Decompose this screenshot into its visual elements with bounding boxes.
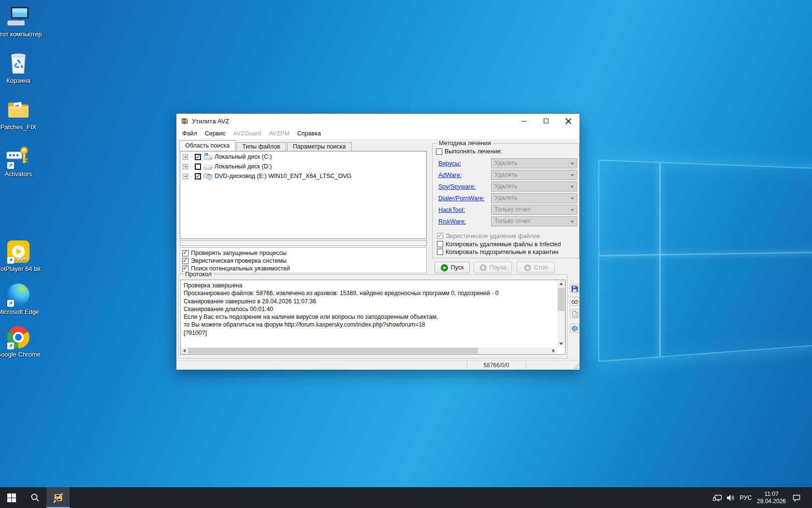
play-icon: [441, 264, 448, 271]
close-button[interactable]: [557, 114, 580, 128]
option-check-processes[interactable]: Проверять запущенные процессы: [182, 249, 426, 257]
expand-icon[interactable]: [183, 174, 188, 179]
arrow-right-icon: [552, 349, 555, 353]
desktop-icon-chrome[interactable]: Google Chrome: [0, 325, 42, 358]
menu-help[interactable]: Справка: [293, 129, 325, 138]
perform-treatment-checkbox[interactable]: [436, 149, 442, 155]
shortcut-arrow-icon: [7, 343, 14, 349]
shortcut-arrow-icon: [7, 257, 14, 264]
vertical-scrollbar[interactable]: [557, 280, 565, 347]
copy-suspicious-checkbox[interactable]: [437, 249, 443, 255]
menu-avzguard: AVZGuard: [230, 129, 265, 138]
tab-strip: Область поиска Типы файлов Параметры пои…: [179, 140, 353, 151]
log-line: Если у Вас есть подозрение на наличие ви…: [184, 313, 557, 321]
volume-tray-icon[interactable]: [724, 487, 738, 508]
save-icon: [571, 285, 578, 292]
perform-treatment-option[interactable]: Выполнять лечение:: [436, 148, 502, 155]
taskbar-avz-app-button[interactable]: [46, 487, 70, 508]
avz-window: Утилита AVZ Файл Сервис AVZGuard AVZPM С…: [176, 113, 580, 370]
scroll-down-button[interactable]: [557, 340, 565, 347]
taskbar-search-button[interactable]: [23, 487, 46, 508]
log-line: Просканировано файлов: 58766, извлечено …: [184, 289, 557, 297]
spyware-link[interactable]: Spy/Spyware:: [438, 183, 476, 190]
log-line: Проверка завершена: [184, 282, 557, 289]
adware-action-select: Удалять: [491, 170, 577, 180]
option-vulnerability-search[interactable]: Поиск потенциальных уязвимостей: [182, 265, 426, 272]
hacktool-link[interactable]: HackTool:: [438, 207, 465, 213]
tab-search-params[interactable]: Параметры поиска: [287, 142, 352, 151]
find-in-log-button[interactable]: [570, 297, 579, 306]
network-tray-icon[interactable]: [710, 487, 724, 508]
start-button-taskbar[interactable]: [0, 487, 23, 508]
desktop-icon-potplayer[interactable]: Player PotPlayer 64 bit: [0, 239, 42, 272]
copy-suspicious-option[interactable]: Копировать подозрительные в карантин: [437, 248, 558, 255]
desktop-icon-edge[interactable]: Microsoft Edge: [0, 283, 42, 315]
dialer-action-select: Удалять: [491, 193, 577, 203]
scroll-right-button[interactable]: [550, 347, 557, 354]
taskbar-clock[interactable]: 11:07 28.04.2026: [754, 487, 789, 508]
menu-service[interactable]: Сервис: [201, 129, 230, 138]
protocol-log[interactable]: Проверка завершена Просканировано файлов…: [180, 280, 566, 355]
combo-value: Удалять: [494, 171, 518, 178]
scroll-left-button[interactable]: [181, 347, 188, 354]
copy-deleted-checkbox[interactable]: [437, 241, 443, 247]
maximize-button[interactable]: [535, 114, 557, 128]
potplayer-icon: Player: [6, 239, 30, 264]
desktop-icon-patches-fix[interactable]: Patches_FIX: [0, 98, 42, 131]
combo-value: Удалять: [494, 194, 518, 201]
viruses-link[interactable]: Вирусы:: [438, 160, 461, 167]
expand-icon[interactable]: [183, 164, 188, 169]
language-indicator[interactable]: РУС: [738, 487, 754, 508]
titlebar[interactable]: Утилита AVZ: [176, 114, 580, 128]
log-text: Проверка завершена Просканировано файлов…: [181, 280, 557, 347]
minimize-button[interactable]: [513, 114, 535, 128]
start-button[interactable]: Пуск: [435, 262, 470, 273]
heuristic-checkbox[interactable]: [182, 258, 188, 264]
tab-file-types[interactable]: Типы файлов: [236, 142, 286, 151]
vertical-scroll-thumb[interactable]: [558, 288, 565, 311]
tab-search-area[interactable]: Область поиска: [179, 140, 235, 151]
window-title: Утилита AVZ: [192, 118, 229, 125]
tree-item-drive-c[interactable]: Локальный диск (C:): [183, 152, 426, 161]
desktop-icon-this-pc[interactable]: Этот компьютер: [0, 5, 42, 38]
drive-d-checkbox[interactable]: [195, 164, 201, 170]
search-area-tree[interactable]: Локальный диск (C:) Локальный диск (D:) …: [180, 151, 427, 239]
desktop-icon-activators[interactable]: Activators: [0, 145, 42, 178]
web-report-button[interactable]: [570, 324, 579, 333]
dialer-pornware-link[interactable]: Dialer/PornWare:: [438, 195, 484, 202]
scan-counter: 58766/0/0: [467, 360, 526, 370]
desktop-icon-label: Activators: [0, 170, 42, 178]
riskware-action-select: Только отчет: [491, 216, 577, 226]
key-icon: [6, 145, 30, 169]
drive-c-checkbox[interactable]: [195, 154, 201, 160]
resize-grip[interactable]: [573, 363, 579, 369]
action-center-button[interactable]: [789, 487, 804, 508]
arrow-left-icon: [183, 349, 186, 353]
processes-checkbox[interactable]: [182, 250, 188, 256]
new-log-button[interactable]: [570, 309, 579, 318]
dvd-e-checkbox[interactable]: [195, 173, 201, 179]
option-label: Копировать удаляемые файлы в Infected: [446, 241, 561, 248]
tree-item-dvd-e[interactable]: DVD-дисковод (E:) WIN10_ENT_X64_LTSC_OVG: [183, 172, 426, 180]
option-heuristic-check[interactable]: Эвристическая проверка системы: [182, 257, 426, 265]
adware-link[interactable]: AdWare:: [438, 172, 462, 179]
horizontal-scrollbar[interactable]: [181, 347, 557, 354]
recycle-bin-icon: [6, 51, 30, 75]
folder-icon: [6, 98, 30, 122]
tree-item-drive-d[interactable]: Локальный диск (D:): [183, 162, 426, 171]
expand-icon[interactable]: [183, 154, 188, 160]
option-label: Эвристическая проверка системы: [191, 257, 287, 264]
taskbar: РУС 11:07 28.04.2026: [0, 487, 812, 508]
log-line: то Вы можете обратиться на форум http://…: [184, 321, 557, 329]
action-center-icon: [792, 494, 801, 502]
save-log-button[interactable]: [570, 284, 579, 293]
stop-button: Стоп: [517, 262, 555, 273]
heuristic-delete-option: Эвристическое удаление файлов: [437, 232, 540, 239]
scroll-up-button[interactable]: [557, 280, 565, 287]
horizontal-scroll-thumb[interactable]: [188, 348, 478, 354]
desktop-icon-recycle-bin[interactable]: Корзина: [0, 51, 42, 84]
windows-start-icon: [7, 493, 16, 502]
menu-file[interactable]: Файл: [178, 129, 201, 138]
riskware-link[interactable]: RiskWare:: [438, 218, 466, 225]
copy-deleted-option[interactable]: Копировать удаляемые файлы в Infected: [437, 240, 561, 248]
